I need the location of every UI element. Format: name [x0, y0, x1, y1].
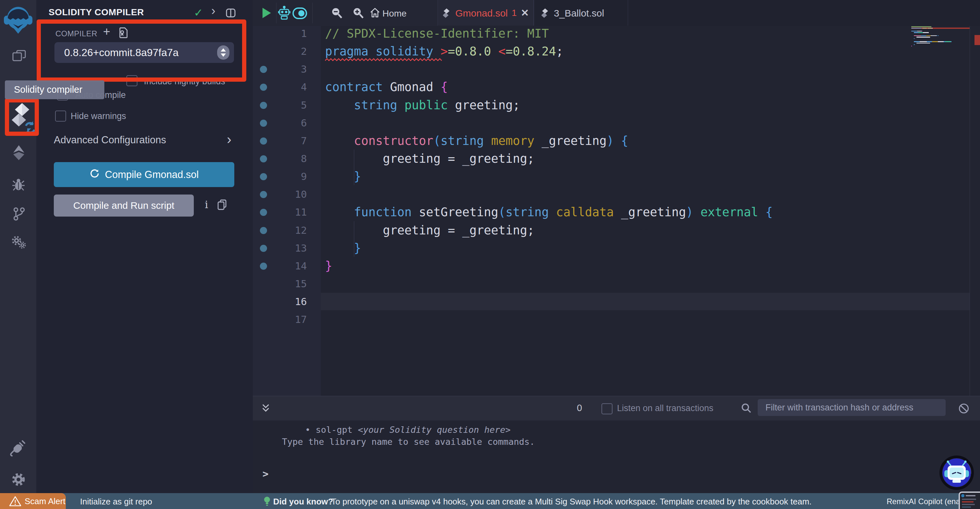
code-line: constructor(string memory _greeting) {: [325, 132, 628, 150]
hide-warnings-checkbox[interactable]: [55, 110, 66, 121]
minimap-divider: [970, 26, 970, 396]
lightbulb-icon: [263, 496, 271, 508]
remix-ai-assistant-button[interactable]: [939, 455, 975, 491]
warning-triangle-icon: [9, 496, 21, 509]
editor-topbar: Home Gmonad.sol 1 ✕ 3_Ballot.sol: [253, 0, 980, 26]
nightly-builds-label: Include nightly builds: [144, 77, 225, 86]
terminal: • sol-gpt <your Solidity question here> …: [253, 396, 980, 493]
run-script-play-icon[interactable]: [262, 8, 271, 18]
expand-terminal-icon[interactable]: [261, 403, 270, 414]
gutter-dot[interactable]: [260, 102, 267, 109]
line-number: 1: [253, 26, 307, 43]
file-explorer-icon[interactable]: [12, 49, 27, 65]
code-line: // SPDX-License-Identifier: MIT: [325, 26, 549, 43]
compile-and-run-label: Compile and Run script: [73, 200, 174, 211]
overview-ruler-error-mark: [975, 35, 980, 45]
license-badge-icon[interactable]: [118, 27, 128, 41]
hide-warnings-label: Hide warnings: [71, 111, 126, 121]
code-line: }: [325, 239, 361, 257]
compile-button[interactable]: Compile Gmonad.sol: [54, 162, 234, 187]
info-icon[interactable]: i: [205, 198, 208, 211]
tab-label: Gmonad.sol: [455, 8, 508, 19]
advanced-expand-chevron-icon[interactable]: ›: [227, 134, 231, 145]
minimap[interactable]: [911, 26, 970, 123]
line-number: 2: [253, 43, 307, 60]
code-line: contract Gmonad {: [325, 78, 448, 96]
current-line-highlight: [321, 293, 970, 310]
zoom-out-icon[interactable]: [331, 7, 343, 20]
deploy-run-icon[interactable]: [13, 145, 25, 161]
icon-sidebar: [0, 0, 37, 509]
git-init-button[interactable]: Initialize as git repo: [80, 497, 152, 507]
compile-success-check-icon: ✓: [194, 7, 203, 18]
code-line: greeting = _greeting;: [325, 222, 535, 239]
code-editor[interactable]: 1234567891011121314151617 // SPDX-Licens…: [253, 26, 980, 396]
plug-icon[interactable]: [10, 440, 25, 458]
gutter-dot[interactable]: [260, 245, 267, 252]
error-squiggle: [325, 58, 565, 62]
gutter-dot[interactable]: [260, 227, 267, 234]
tab-error-badge: 1: [512, 8, 517, 18]
status-bar: Scam Alert Initialize as git repo Did yo…: [0, 493, 980, 509]
code-line: }: [325, 257, 332, 275]
remix-logo-icon[interactable]: [3, 4, 33, 36]
gutter-dot[interactable]: [260, 173, 267, 180]
tab-ballot-sol[interactable]: 3_Ballot.sol: [533, 0, 628, 26]
ai-toggle-icon[interactable]: [292, 7, 307, 21]
line-number: 17: [253, 311, 307, 329]
panel-forward-chevron-icon[interactable]: ›: [211, 5, 215, 16]
code-line: greeting = _greeting;: [325, 150, 535, 168]
transaction-count: 0: [577, 403, 582, 413]
debugger-bug-icon[interactable]: [12, 178, 25, 192]
listen-transactions-checkbox[interactable]: [601, 403, 612, 414]
compile-and-run-button[interactable]: Compile and Run script: [54, 195, 194, 217]
split-view-icon[interactable]: [226, 8, 236, 20]
plugin-manager-icon[interactable]: [11, 236, 27, 251]
screen-share-thumbnail[interactable]: [959, 491, 980, 509]
copy-icon[interactable]: [217, 199, 227, 212]
gutter-dot[interactable]: [260, 263, 267, 270]
transaction-filter-input[interactable]: [758, 399, 946, 416]
terminal-line-hint: Type the library name to see available c…: [282, 437, 535, 447]
tooltip-text: Solidity compiler: [14, 84, 82, 95]
refresh-icon: [89, 168, 100, 181]
compile-button-label: Compile Gmonad.sol: [105, 169, 199, 180]
code-line: function setGreeting(string calldata _gr…: [325, 203, 773, 221]
home-tab-label[interactable]: Home: [382, 8, 407, 19]
remix-ide-window: SOLIDITY COMPILER ✓ › COMPILER + 0.8.26+…: [0, 0, 980, 509]
ai-robot-icon[interactable]: [278, 6, 290, 21]
scam-alert-button[interactable]: Scam Alert: [0, 493, 66, 509]
tab-gmonad-sol[interactable]: Gmonad.sol 1 ✕: [438, 0, 534, 26]
solidity-compiler-icon[interactable]: [12, 102, 38, 134]
solidity-file-icon: [443, 8, 450, 19]
scam-alert-label: Scam Alert: [25, 496, 65, 506]
gutter-dot[interactable]: [260, 155, 267, 163]
solidity-compiler-panel: SOLIDITY COMPILER ✓ › COMPILER + 0.8.26+…: [36, 0, 253, 509]
terminal-toolbar: 0 Listen on all transactions: [253, 396, 980, 421]
tab-close-icon[interactable]: ✕: [521, 7, 529, 19]
nightly-builds-checkbox[interactable]: [126, 75, 137, 86]
select-stepper-icon: [217, 45, 229, 60]
code-line: string public greeting;: [325, 96, 520, 114]
line-number: 15: [253, 275, 307, 293]
terminal-prompt[interactable]: >: [262, 468, 269, 480]
settings-gear-icon[interactable]: [11, 472, 26, 488]
code-line: }: [325, 168, 361, 185]
gutter-dot[interactable]: [260, 120, 267, 127]
listen-transactions-label: Listen on all transactions: [617, 403, 713, 413]
search-icon[interactable]: [741, 403, 752, 415]
home-icon[interactable]: [369, 7, 380, 19]
add-compiler-icon[interactable]: +: [103, 26, 110, 37]
tip-text: To prototype on a uniswap v4 hooks, you …: [331, 497, 811, 507]
zoom-in-icon[interactable]: [353, 7, 364, 20]
compiler-section-label: COMPILER: [56, 29, 97, 38]
gutter-dot[interactable]: [260, 137, 267, 145]
did-you-know-label: Did you know?: [273, 497, 333, 507]
panel-title: SOLIDITY COMPILER: [49, 7, 144, 18]
clear-console-ban-icon[interactable]: [958, 403, 970, 416]
advanced-configurations-label[interactable]: Advanced Configurations: [54, 134, 166, 146]
git-branch-icon[interactable]: [13, 207, 25, 222]
solidity-file-icon: [541, 8, 549, 19]
compiler-version-value: 0.8.26+commit.8a97fa7a: [64, 47, 178, 59]
compiler-version-select[interactable]: 0.8.26+commit.8a97fa7a: [54, 42, 234, 63]
